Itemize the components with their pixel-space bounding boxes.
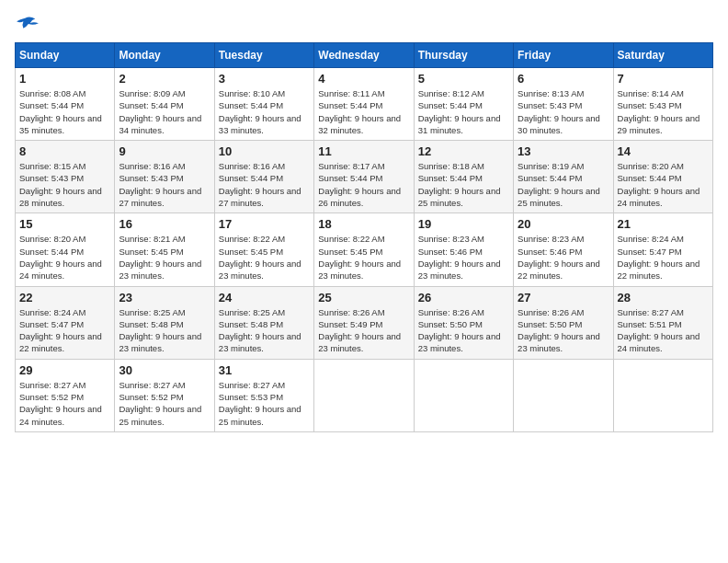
calendar-cell: 6Sunrise: 8:13 AMSunset: 5:43 PMDaylight… — [514, 68, 613, 141]
calendar-cell: 14Sunrise: 8:20 AMSunset: 5:44 PMDayligh… — [613, 141, 712, 213]
calendar-cell: 13Sunrise: 8:19 AMSunset: 5:44 PMDayligh… — [514, 141, 613, 213]
calendar-cell: 30Sunrise: 8:27 AMSunset: 5:52 PMDayligh… — [115, 359, 214, 431]
calendar-cell: 19Sunrise: 8:23 AMSunset: 5:46 PMDayligh… — [414, 213, 513, 286]
day-info: Sunrise: 8:23 AMSunset: 5:46 PMDaylight:… — [418, 233, 509, 282]
calendar-cell: 26Sunrise: 8:26 AMSunset: 5:50 PMDayligh… — [414, 286, 513, 359]
week-row-5: 29Sunrise: 8:27 AMSunset: 5:52 PMDayligh… — [16, 359, 713, 431]
day-number: 31 — [219, 363, 310, 377]
logo — [15, 15, 44, 35]
day-number: 7 — [618, 72, 709, 86]
day-number: 5 — [418, 72, 509, 86]
day-info: Sunrise: 8:23 AMSunset: 5:46 PMDaylight:… — [518, 233, 609, 282]
day-info: Sunrise: 8:27 AMSunset: 5:51 PMDaylight:… — [618, 306, 709, 355]
day-number: 4 — [318, 72, 409, 86]
calendar-cell: 10Sunrise: 8:16 AMSunset: 5:44 PMDayligh… — [214, 141, 313, 213]
day-info: Sunrise: 8:22 AMSunset: 5:45 PMDaylight:… — [219, 233, 310, 282]
day-info: Sunrise: 8:12 AMSunset: 5:44 PMDaylight:… — [418, 87, 509, 136]
calendar-cell: 24Sunrise: 8:25 AMSunset: 5:48 PMDayligh… — [214, 286, 313, 359]
weekday-header-row: SundayMondayTuesdayWednesdayThursdayFrid… — [16, 43, 713, 68]
day-info: Sunrise: 8:13 AMSunset: 5:43 PMDaylight:… — [518, 87, 609, 136]
day-info: Sunrise: 8:11 AMSunset: 5:44 PMDaylight:… — [318, 87, 409, 136]
calendar-cell: 4Sunrise: 8:11 AMSunset: 5:44 PMDaylight… — [314, 68, 414, 141]
day-info: Sunrise: 8:26 AMSunset: 5:49 PMDaylight:… — [318, 306, 409, 355]
week-row-4: 22Sunrise: 8:24 AMSunset: 5:47 PMDayligh… — [16, 286, 713, 359]
weekday-sunday: Sunday — [16, 43, 115, 68]
week-row-3: 15Sunrise: 8:20 AMSunset: 5:44 PMDayligh… — [16, 213, 713, 286]
day-info: Sunrise: 8:21 AMSunset: 5:45 PMDaylight:… — [119, 233, 210, 282]
day-info: Sunrise: 8:24 AMSunset: 5:47 PMDaylight:… — [19, 306, 110, 355]
calendar-cell — [414, 359, 513, 431]
calendar-cell: 31Sunrise: 8:27 AMSunset: 5:53 PMDayligh… — [214, 359, 313, 431]
calendar-cell: 15Sunrise: 8:20 AMSunset: 5:44 PMDayligh… — [16, 213, 115, 286]
calendar-cell: 5Sunrise: 8:12 AMSunset: 5:44 PMDaylight… — [414, 68, 513, 141]
weekday-saturday: Saturday — [613, 43, 712, 68]
day-number: 22 — [19, 291, 110, 304]
day-info: Sunrise: 8:16 AMSunset: 5:43 PMDaylight:… — [119, 160, 210, 209]
day-info: Sunrise: 8:27 AMSunset: 5:52 PMDaylight:… — [119, 379, 210, 428]
day-number: 21 — [618, 217, 709, 231]
calendar-cell: 22Sunrise: 8:24 AMSunset: 5:47 PMDayligh… — [16, 286, 115, 359]
day-number: 6 — [518, 72, 609, 86]
calendar-table: SundayMondayTuesdayWednesdayThursdayFrid… — [15, 42, 713, 432]
calendar-cell: 7Sunrise: 8:14 AMSunset: 5:43 PMDaylight… — [613, 68, 712, 141]
day-info: Sunrise: 8:22 AMSunset: 5:45 PMDaylight:… — [318, 233, 409, 282]
week-row-2: 8Sunrise: 8:15 AMSunset: 5:43 PMDaylight… — [16, 141, 713, 213]
day-number: 29 — [19, 363, 110, 377]
weekday-monday: Monday — [115, 43, 214, 68]
day-info: Sunrise: 8:24 AMSunset: 5:47 PMDaylight:… — [618, 233, 709, 282]
day-number: 16 — [119, 217, 210, 231]
day-info: Sunrise: 8:25 AMSunset: 5:48 PMDaylight:… — [119, 306, 210, 355]
weekday-wednesday: Wednesday — [314, 43, 414, 68]
calendar-cell: 25Sunrise: 8:26 AMSunset: 5:49 PMDayligh… — [314, 286, 414, 359]
page-header — [15, 15, 713, 35]
calendar-cell: 1Sunrise: 8:08 AMSunset: 5:44 PMDaylight… — [16, 68, 115, 141]
calendar-cell: 18Sunrise: 8:22 AMSunset: 5:45 PMDayligh… — [314, 213, 414, 286]
day-number: 19 — [418, 217, 509, 231]
day-number: 2 — [119, 72, 210, 86]
day-info: Sunrise: 8:18 AMSunset: 5:44 PMDaylight:… — [418, 160, 509, 209]
day-info: Sunrise: 8:20 AMSunset: 5:44 PMDaylight:… — [618, 160, 709, 209]
day-number: 11 — [318, 144, 409, 158]
day-number: 26 — [418, 291, 509, 304]
day-info: Sunrise: 8:26 AMSunset: 5:50 PMDaylight:… — [418, 306, 509, 355]
day-number: 25 — [318, 291, 409, 304]
day-info: Sunrise: 8:16 AMSunset: 5:44 PMDaylight:… — [219, 160, 310, 209]
day-info: Sunrise: 8:10 AMSunset: 5:44 PMDaylight:… — [219, 87, 310, 136]
day-info: Sunrise: 8:14 AMSunset: 5:43 PMDaylight:… — [618, 87, 709, 136]
day-number: 18 — [318, 217, 409, 231]
day-info: Sunrise: 8:15 AMSunset: 5:43 PMDaylight:… — [19, 160, 110, 209]
day-number: 28 — [618, 291, 709, 304]
calendar-cell: 8Sunrise: 8:15 AMSunset: 5:43 PMDaylight… — [16, 141, 115, 213]
calendar-cell: 12Sunrise: 8:18 AMSunset: 5:44 PMDayligh… — [414, 141, 513, 213]
weekday-friday: Friday — [514, 43, 613, 68]
day-info: Sunrise: 8:27 AMSunset: 5:53 PMDaylight:… — [219, 379, 310, 428]
calendar-cell: 2Sunrise: 8:09 AMSunset: 5:44 PMDaylight… — [115, 68, 214, 141]
day-number: 1 — [19, 72, 110, 86]
day-info: Sunrise: 8:09 AMSunset: 5:44 PMDaylight:… — [119, 87, 210, 136]
day-info: Sunrise: 8:25 AMSunset: 5:48 PMDaylight:… — [219, 306, 310, 355]
day-number: 13 — [518, 144, 609, 158]
day-number: 8 — [19, 144, 110, 158]
day-number: 3 — [219, 72, 310, 86]
week-row-1: 1Sunrise: 8:08 AMSunset: 5:44 PMDaylight… — [16, 68, 713, 141]
calendar-body: 1Sunrise: 8:08 AMSunset: 5:44 PMDaylight… — [16, 68, 713, 432]
calendar-cell: 16Sunrise: 8:21 AMSunset: 5:45 PMDayligh… — [115, 213, 214, 286]
day-info: Sunrise: 8:27 AMSunset: 5:52 PMDaylight:… — [19, 379, 110, 428]
day-number: 10 — [219, 144, 310, 158]
calendar-cell — [514, 359, 613, 431]
logo-icon — [15, 15, 40, 35]
calendar-cell — [613, 359, 712, 431]
day-info: Sunrise: 8:19 AMSunset: 5:44 PMDaylight:… — [518, 160, 609, 209]
day-number: 15 — [19, 217, 110, 231]
calendar-cell: 3Sunrise: 8:10 AMSunset: 5:44 PMDaylight… — [214, 68, 313, 141]
day-number: 30 — [119, 363, 210, 377]
calendar-cell: 27Sunrise: 8:26 AMSunset: 5:50 PMDayligh… — [514, 286, 613, 359]
day-number: 23 — [119, 291, 210, 304]
day-number: 27 — [518, 291, 609, 304]
calendar-cell: 21Sunrise: 8:24 AMSunset: 5:47 PMDayligh… — [613, 213, 712, 286]
weekday-tuesday: Tuesday — [214, 43, 313, 68]
calendar-cell: 23Sunrise: 8:25 AMSunset: 5:48 PMDayligh… — [115, 286, 214, 359]
day-info: Sunrise: 8:26 AMSunset: 5:50 PMDaylight:… — [518, 306, 609, 355]
calendar-cell: 28Sunrise: 8:27 AMSunset: 5:51 PMDayligh… — [613, 286, 712, 359]
day-number: 17 — [219, 217, 310, 231]
